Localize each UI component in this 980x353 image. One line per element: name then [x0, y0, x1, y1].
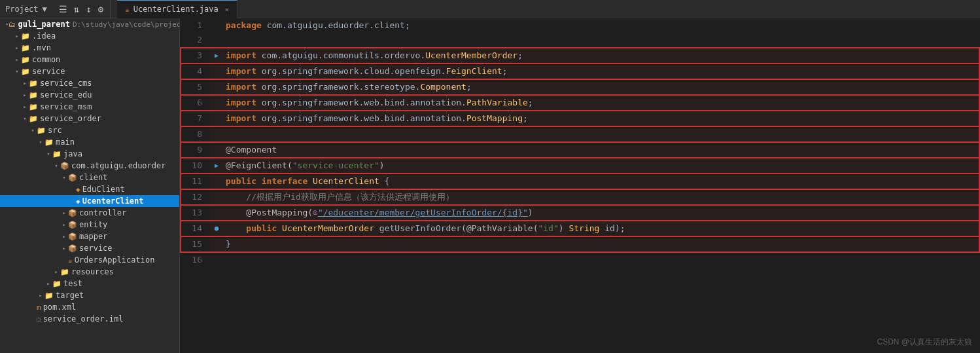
iml-item[interactable]: ◻ service_order.iml — [0, 313, 179, 325]
controller-item[interactable]: ▸ 📦 controller — [0, 207, 179, 219]
tab-bar: ☕ UcenterClient.java ✕ — [117, 0, 237, 18]
code-line-11: 11 public interface UcenterClient { — [181, 174, 979, 189]
common-item[interactable]: ▸ 📁 common — [0, 54, 179, 65]
code-line-5: 5 import org.springframework.stereotype.… — [181, 79, 979, 95]
code-line-4: 4 import org.springframework.cloud.openf… — [181, 64, 979, 79]
code-line-8: 8 — [181, 126, 979, 142]
code-line-12: 12 //根据用户id获取用户信息（该方法供远程调用使用） — [181, 189, 979, 205]
file-tab[interactable]: ☕ UcenterClient.java ✕ — [117, 0, 237, 18]
java-item[interactable]: ▾ 📁 java — [0, 148, 179, 160]
project-root[interactable]: ▾ 🗂 guli_parent D:\study\java\code\proje… — [0, 18, 179, 30]
edu-client-item[interactable]: ◈ EduClient — [0, 183, 179, 195]
entity-item[interactable]: ▸ 📦 entity — [0, 219, 179, 231]
client-item[interactable]: ▾ 📦 client — [0, 172, 179, 183]
service2-item[interactable]: ▸ 📦 service — [0, 242, 179, 254]
sidebar: ▾ 🗂 guli_parent D:\study\java\code\proje… — [0, 18, 180, 353]
code-line-10: 10 ▶ @FeignClient("service-ucenter") — [181, 158, 979, 174]
code-line-13: 13 @PostMapping(⊙"/educenter/member/getU… — [181, 205, 979, 221]
title-bar: Project ▼ ☰ ⇅ ↕ ⚙ ☕ UcenterClient.java ✕ — [0, 0, 980, 18]
code-line-14: 14 ● public UcenterMemberOrder getUserIn… — [181, 221, 979, 236]
code-line-1: 1 package com.atguigu.eduorder.client; — [181, 18, 979, 33]
code-line-15: 15 } — [181, 236, 979, 252]
ucenter-client-item[interactable]: ◈ UcenterClient — [0, 195, 179, 207]
code-line-7: 7 import org.springframework.web.bind.an… — [181, 111, 979, 126]
code-line-16: 16 — [181, 252, 979, 267]
code-editor[interactable]: 1 package com.atguigu.eduorder.client; 2… — [180, 18, 980, 353]
watermark: CSDN @认真生活的灰太狼 — [877, 337, 972, 348]
code-line-9: 9 @Component — [181, 142, 979, 158]
mvn-item[interactable]: ▸ 📁 .mvn — [0, 42, 179, 54]
project-path: D:\study\java\code\project\gu — [73, 20, 180, 29]
mapper-item[interactable]: ▸ 📦 mapper — [0, 231, 179, 242]
project-name: guli_parent — [18, 20, 69, 29]
service-item[interactable]: ▾ 📁 service — [0, 65, 179, 77]
tab-label: UcenterClient.java — [133, 5, 219, 14]
icon1[interactable]: ☰ — [59, 4, 67, 14]
service-cms-item[interactable]: ▸ 📁 service_cms — [0, 77, 179, 89]
code-line-2: 2 — [181, 33, 979, 48]
service-msm-item[interactable]: ▸ 📁 service_msm — [0, 101, 179, 113]
service-order-item[interactable]: ▾ 📁 service_order — [0, 113, 179, 124]
resources-item[interactable]: ▸ 📁 resources — [0, 266, 179, 278]
target-item[interactable]: ▸ 📁 target — [0, 289, 179, 301]
tab-icon: ☕ — [125, 5, 130, 14]
code-line-6: 6 import org.springframework.web.bind.an… — [181, 95, 979, 111]
close-icon[interactable]: ✕ — [225, 6, 229, 13]
dropdown-arrow[interactable]: ▼ — [43, 5, 47, 14]
pom-xml-item[interactable]: m pom.xml — [0, 301, 179, 313]
package-item[interactable]: ▾ 📦 com.atguigu.eduorder — [0, 160, 179, 172]
project-label[interactable]: Project — [5, 5, 39, 14]
folder-icon: 🗂 — [9, 20, 16, 29]
icon4[interactable]: ⚙ — [98, 4, 103, 14]
code-line-3: 3 ▶ import com.atguigu.commonutils.order… — [181, 48, 979, 64]
icon3[interactable]: ↕ — [86, 4, 91, 14]
orders-app-item[interactable]: ☕ OrdersApplication — [0, 254, 179, 266]
main-item[interactable]: ▾ 📁 main — [0, 136, 179, 148]
icon2[interactable]: ⇅ — [74, 4, 79, 14]
src-item[interactable]: ▾ 📁 src — [0, 124, 179, 136]
idea-item[interactable]: ▸ 📁 .idea — [0, 30, 179, 42]
test-item[interactable]: ▸ 📁 test — [0, 278, 179, 289]
service-edu-item[interactable]: ▸ 📁 service_edu — [0, 89, 179, 101]
